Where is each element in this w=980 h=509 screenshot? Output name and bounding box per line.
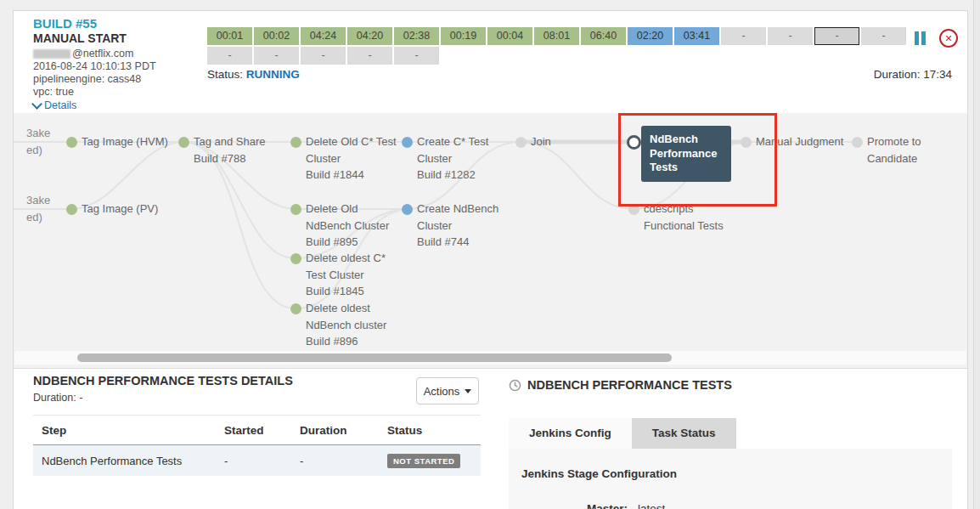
- node-dot-delete-old-ndbench-cluster[interactable]: [290, 204, 301, 215]
- triggered-by-email: @netflix.com: [33, 48, 133, 59]
- node-label-delete-oldest-ndbench-cluster[interactable]: Delete oldestNdBench clusterBuild #896: [306, 300, 386, 350]
- node-dot-create-c-test-cluster[interactable]: [402, 137, 413, 148]
- stage-details-title: NDBENCH PERFORMANCE TESTS DETAILS: [33, 374, 293, 387]
- tab-task-status[interactable]: Task Status: [632, 418, 736, 449]
- pause-button[interactable]: [915, 31, 928, 46]
- start-type-label: MANUAL START: [33, 31, 127, 45]
- node-label-delete-old-c-test-cluster[interactable]: Delete Old C* TestClusterBuild #1844: [306, 133, 397, 184]
- status-badge: NOT STARTED: [387, 454, 460, 468]
- stage-cell[interactable]: 08:01: [534, 27, 579, 45]
- timeline-row-1: 00:01 00:02 04:24 04:20 02:38 00:19 00:0…: [207, 27, 906, 45]
- stage-cell[interactable]: 00:04: [487, 27, 532, 45]
- stage-cell[interactable]: -: [861, 27, 906, 45]
- cell-started: -: [224, 455, 300, 467]
- table-row[interactable]: NdBench Performance Tests - - NOT STARTE…: [33, 445, 481, 476]
- steps-table: Step Started Duration Status NdBench Per…: [33, 415, 481, 476]
- stage-cell[interactable]: 04:20: [347, 27, 392, 45]
- stage-cell[interactable]: 00:19: [441, 27, 486, 45]
- execution-card: BUILD #55 MANUAL START @netflix.com 2016…: [13, 10, 968, 509]
- node-label-create-ndbench-cluster[interactable]: Create NdBenchClusterBuild #744: [417, 201, 498, 251]
- stage-cell-running[interactable]: 02:20: [628, 27, 673, 45]
- node-dot-promote-to-candidate[interactable]: [852, 137, 863, 148]
- stage-cell-running[interactable]: 03:41: [674, 27, 719, 45]
- stage-cell[interactable]: -: [768, 27, 813, 45]
- stage-cell[interactable]: -: [254, 47, 299, 65]
- node-label-tag-and-share[interactable]: Tag and ShareBuild #788: [194, 133, 266, 167]
- timeline-row-2: - - - - -: [207, 47, 906, 65]
- status-label: Status:: [207, 68, 243, 81]
- stage-cell[interactable]: 02:38: [394, 27, 439, 45]
- node-dot-tag-image-hvm[interactable]: [66, 137, 77, 148]
- tab-jenkins-config[interactable]: Jenkins Config: [509, 418, 632, 449]
- browser-vertical-scrollbar[interactable]: [973, 0, 980, 509]
- node-dot-cdescripts-functional-tests[interactable]: [628, 204, 639, 215]
- clipped-stage-label: 3ake: [26, 127, 50, 139]
- node-dot-create-ndbench-cluster[interactable]: [402, 204, 413, 215]
- stage-cell[interactable]: -: [394, 47, 439, 65]
- caret-down-icon: [465, 389, 471, 393]
- node-dot-manual-judgment[interactable]: [741, 137, 752, 148]
- node-label-create-c-test-cluster[interactable]: Create C* TestClusterBuild #1282: [417, 133, 488, 184]
- cell-step: NdBench Performance Tests: [33, 455, 224, 467]
- pause-icon: [921, 31, 926, 45]
- stage-cell[interactable]: -: [347, 47, 392, 65]
- node-label-promote-to-candidate[interactable]: Promote toCandidate: [867, 133, 921, 167]
- build-title[interactable]: BUILD #55: [33, 16, 97, 31]
- stage-details-duration: Duration: -: [33, 392, 82, 404]
- node-dot-tag-image-pv[interactable]: [66, 204, 77, 215]
- actions-label: Actions: [424, 385, 460, 398]
- stage-timeline: 00:01 00:02 04:24 04:20 02:38 00:19 00:0…: [207, 27, 906, 66]
- node-dot-delete-oldest-ndbench-cluster[interactable]: [290, 303, 301, 314]
- node-label-manual-judgment[interactable]: Manual Judgment: [756, 133, 843, 150]
- cell-duration: -: [300, 455, 387, 467]
- node-label-join[interactable]: Join: [531, 133, 551, 150]
- col-header-status: Status: [387, 424, 481, 437]
- jenkins-config-panel: Jenkins Stage Configuration Master: late…: [509, 449, 952, 509]
- clock-icon: [509, 379, 521, 392]
- graph-horizontal-scrollbar-thumb[interactable]: [77, 353, 672, 362]
- status-value: RUNNING: [246, 68, 300, 81]
- stage-cell[interactable]: -: [301, 47, 346, 65]
- cell-status: NOT STARTED: [387, 454, 481, 468]
- stage-cell[interactable]: -: [721, 27, 766, 45]
- stage-cell[interactable]: 00:01: [207, 27, 252, 45]
- col-header-step: Step: [33, 424, 224, 437]
- email-domain: @netflix.com: [72, 48, 133, 59]
- details-label: Details: [44, 99, 76, 111]
- col-header-duration: Duration: [300, 424, 387, 437]
- stage-cell[interactable]: 00:02: [254, 27, 299, 45]
- pause-icon: [915, 31, 919, 45]
- status-line: Status: RUNNING: [207, 68, 300, 81]
- node-dot-delete-oldest-c-test-cluster[interactable]: [290, 253, 301, 264]
- actions-button[interactable]: Actions: [416, 377, 479, 404]
- stage-cell[interactable]: 06:40: [581, 27, 626, 45]
- node-label-tag-image-hvm[interactable]: Tag Image (HVM): [82, 133, 168, 150]
- clipped-stage-label: 3ake: [26, 194, 50, 206]
- graph-horizontal-scrollbar-track[interactable]: [14, 351, 966, 365]
- stage-cell[interactable]: -: [207, 47, 252, 65]
- node-dot-tag-and-share[interactable]: [178, 137, 189, 148]
- attribute-pipelineengine: pipelineengine: cass48: [33, 73, 141, 85]
- node-dot-join[interactable]: [515, 137, 527, 148]
- attribute-vpc: vpc: true: [33, 86, 74, 98]
- pipeline-graph: 3ake ed) 3ake ed) Tag Image (HVM) Tag an…: [14, 113, 967, 369]
- steps-table-header: Step Started Duration Status: [33, 416, 481, 445]
- stage-cell-selected[interactable]: -: [814, 27, 859, 45]
- node-dot-delete-old-c-test-cluster[interactable]: [290, 137, 301, 148]
- col-header-started: Started: [224, 424, 300, 437]
- node-label-tag-image-pv[interactable]: Tag Image (PV): [82, 201, 158, 218]
- details-toggle[interactable]: Details: [33, 99, 76, 111]
- stage-cell[interactable]: 04:24: [301, 27, 346, 45]
- jenkins-stage-configuration-heading: Jenkins Stage Configuration: [521, 467, 677, 480]
- node-label-cdescripts-functional-tests[interactable]: cdescriptsFunctional Tests: [644, 201, 724, 234]
- clipped-stage-label: ed): [26, 211, 42, 223]
- cancel-x-icon: ✕: [944, 33, 952, 43]
- node-label-delete-oldest-c-test-cluster[interactable]: Delete oldest C*Test ClusterBuild #1845: [306, 250, 386, 300]
- stage-panel-tabs: Jenkins Config Task Status: [509, 418, 736, 449]
- stage-panel-title-text: NDBENCH PERFORMANCE TESTS: [527, 378, 732, 392]
- stage-panel-title: NDBENCH PERFORMANCE TESTS: [509, 378, 732, 392]
- node-dot-ndbench-performance-tests-selected[interactable]: [627, 135, 641, 150]
- selected-stage-ndbench-performance-tests[interactable]: NdBenchPerformanceTests: [641, 126, 731, 182]
- node-label-delete-old-ndbench-cluster[interactable]: Delete OldNdBench ClusterBuild #895: [306, 201, 389, 251]
- cancel-execution-button[interactable]: ✕: [939, 29, 958, 48]
